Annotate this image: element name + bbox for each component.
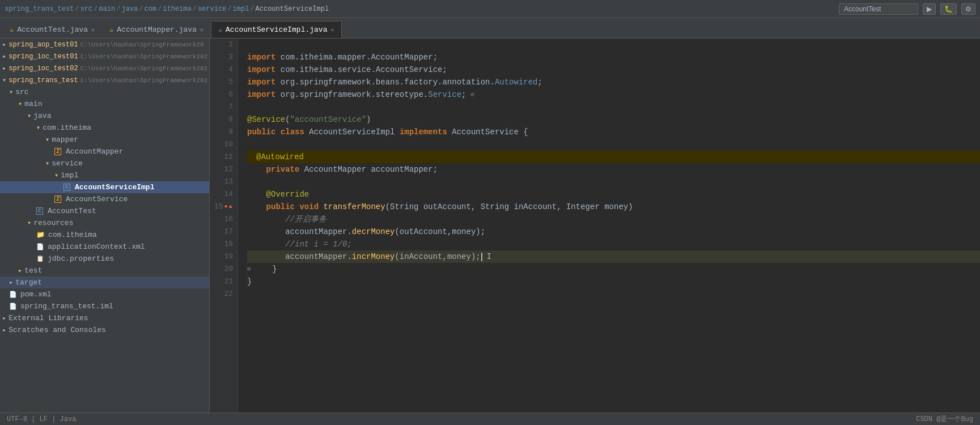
sidebar-item-label: target	[15, 278, 42, 287]
sidebar-item-trans[interactable]: ▾ spring_trans_test C:\Users\haohao\Spri…	[0, 74, 209, 86]
sidebar-item-jdbc-props[interactable]: 📋 jdbc.properties	[0, 253, 209, 265]
project-label: spring_trans_test	[9, 76, 78, 84]
build-button[interactable]: ⚙	[961, 3, 975, 15]
annotation: @Override	[266, 188, 309, 201]
sidebar-item-label: External Libraries	[9, 314, 88, 322]
chevron-right-icon: ▸	[2, 52, 6, 61]
line-num: 17	[214, 226, 233, 238]
folder-open-icon: ▾	[27, 219, 31, 227]
tab-close-icon[interactable]: ✕	[91, 27, 95, 33]
sidebar-item-src[interactable]: ▾ src	[0, 86, 209, 98]
line-num: 22	[214, 288, 233, 300]
code-text: }	[253, 263, 277, 275]
code-text: inAccount,	[509, 201, 566, 213]
folder-open-icon: ▾	[54, 171, 58, 180]
sidebar-item-java[interactable]: ▾ java	[0, 110, 209, 122]
breadcrumb-item: itheima	[163, 5, 191, 13]
tab-close-icon[interactable]: ✕	[200, 27, 203, 33]
project-path: C:\Users\haohao\SpringFramework202	[80, 77, 207, 84]
code-text: AccountMapper	[371, 51, 432, 63]
code-line-13	[247, 176, 980, 188]
search-input[interactable]	[839, 3, 918, 15]
sidebar-item-resources[interactable]: ▾ resources	[0, 217, 209, 229]
code-text	[247, 163, 266, 176]
sidebar-item-com-itheima-res[interactable]: 📁 com.itheima	[0, 229, 209, 241]
sidebar-item-accountmapper[interactable]: I AccountMapper	[0, 146, 209, 158]
code-line-2	[247, 39, 980, 51]
project-path: C:\Users\haohao\SpringFramework20	[80, 41, 204, 48]
code-area: 2 3 4 5 6 7 8 9 10 11 12 13 14 15 ●▲ 16 …	[210, 39, 980, 413]
sidebar-item-pomxml[interactable]: 📄 pom.xml	[0, 288, 209, 300]
debug-button[interactable]: 🐛	[940, 3, 957, 15]
sidebar-item-scratches[interactable]: ▸ Scratches and Consoles	[0, 324, 209, 336]
keyword: class	[281, 126, 304, 138]
sidebar-item-target[interactable]: ▸ target	[0, 277, 209, 288]
sidebar-item-ioc02[interactable]: ▸ spring_ioc_test02 C:\Users\haohao\Spri…	[0, 62, 209, 74]
code-text: }	[247, 275, 252, 288]
line-num: 6	[214, 88, 233, 101]
sidebar-item-label: mapper	[52, 135, 78, 144]
code-text: ;	[538, 76, 542, 88]
sidebar-item-aop[interactable]: ▸ spring_aop_test01 C:\Users\haohao\Spri…	[0, 39, 209, 50]
sidebar-item-accountserviceimpl[interactable]: C AccountServiceImpl	[0, 181, 209, 193]
code-text: (	[285, 113, 290, 126]
sidebar-item-test[interactable]: ▸ test	[0, 265, 209, 277]
sidebar-item-main[interactable]: ▾ main	[0, 98, 209, 110]
sidebar-item-ioc01[interactable]: ▸ spring_ioc_test01 C:\Users\haohao\Spri…	[0, 50, 209, 62]
tab-accounttest[interactable]: ☕ AccountTest.java ✕	[2, 21, 102, 38]
breadcrumb-item: com	[144, 5, 156, 13]
code-line-3: import com.itheima.mapper.AccountMapper;	[247, 51, 980, 63]
code-text	[247, 226, 285, 238]
folder-icon: ▸	[9, 278, 13, 287]
sidebar-item-accounttest[interactable]: C AccountTest	[0, 205, 209, 217]
fold-icon[interactable]: ⊖	[470, 88, 474, 101]
sidebar-item-accountservice[interactable]: I AccountService	[0, 193, 209, 205]
sidebar-item-iml[interactable]: 📄 spring_trans_test.iml	[0, 300, 209, 312]
sidebar-item-service[interactable]: ▾ service	[0, 158, 209, 169]
sidebar-item-applicationcontext[interactable]: 📄 applicationContext.xml	[0, 241, 209, 253]
sidebar-item-impl[interactable]: ▾ impl	[0, 169, 209, 181]
sidebar-item-label: com.itheima	[48, 231, 97, 239]
keyword: public	[247, 126, 275, 138]
breadcrumb-item: AccountServiceImpl	[256, 5, 329, 13]
tab-accountserviceimpl[interactable]: ☕ AccountServiceImpl.java ✕	[211, 21, 342, 38]
code-text: AccountService {	[447, 126, 528, 138]
chevron-right-icon: ▸	[2, 64, 6, 73]
line-num: 12	[214, 163, 233, 176]
code-text: accountMapper	[371, 163, 432, 176]
sidebar-item-label: service	[52, 159, 83, 168]
keyword: void	[299, 201, 319, 213]
run-button[interactable]: ▶	[923, 3, 936, 15]
sidebar-item-label: resources	[33, 219, 73, 227]
sidebar-item-external-libraries[interactable]: ▸ External Libraries	[0, 312, 209, 324]
code-text: .	[347, 250, 351, 263]
keyword: implements	[400, 126, 447, 138]
sidebar-item-com-itheima[interactable]: ▾ com.itheima	[0, 122, 209, 134]
code-text: ;	[433, 163, 438, 176]
sidebar-item-label: jdbc.properties	[48, 254, 114, 263]
comment: //int i = 1/0;	[247, 238, 352, 250]
method-call: incrMoney	[352, 250, 395, 263]
error-gutter-icon: ●	[224, 201, 228, 213]
code-text	[275, 126, 280, 138]
code-text: .	[347, 226, 351, 238]
line-num: 13	[214, 176, 233, 188]
project-label: spring_ioc_test01	[9, 53, 78, 61]
tab-close-icon[interactable]: ✕	[330, 27, 334, 33]
line-num: 11	[214, 151, 233, 163]
code-line-11: @Autowired	[247, 151, 980, 163]
line-num: 15 ●▲	[214, 201, 233, 213]
top-bar-right: ▶ 🐛 ⚙	[839, 3, 975, 15]
sidebar: ▸ spring_aop_test01 C:\Users\haohao\Spri…	[0, 39, 210, 413]
code-text: com.itheima.mapper.	[275, 51, 371, 63]
folder-icon: 📁	[36, 231, 45, 239]
tab-accountmapper[interactable]: ☕ AccountMapper.java ✕	[102, 21, 211, 38]
text-cursor	[481, 253, 482, 261]
code-line-21: }	[247, 275, 980, 288]
main-area: ▸ spring_aop_test01 C:\Users\haohao\Spri…	[0, 39, 980, 413]
code-text: org.springframework.beans.factory.annota…	[275, 76, 494, 88]
sidebar-item-mapper[interactable]: ▾ mapper	[0, 134, 209, 146]
method-call: decrMoney	[352, 226, 395, 238]
editor[interactable]: 2 3 4 5 6 7 8 9 10 11 12 13 14 15 ●▲ 16 …	[210, 39, 980, 413]
fold-icon[interactable]: ⊖	[247, 263, 251, 275]
